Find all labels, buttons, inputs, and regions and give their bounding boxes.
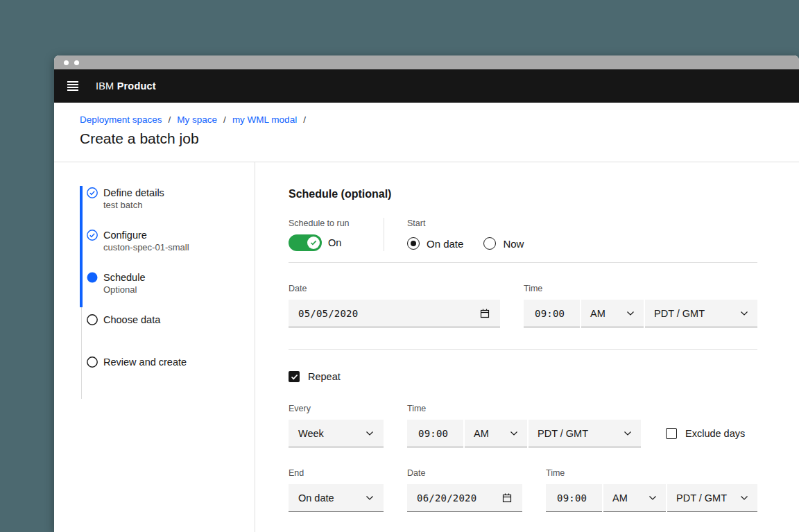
end-value: On date <box>298 492 334 504</box>
end-meridiem-select[interactable]: AM <box>603 484 666 512</box>
checkbox-check-icon <box>291 374 298 380</box>
menu-icon[interactable] <box>67 81 78 91</box>
repeat-end-row: End On date Date 06/20/2020 <box>289 467 757 512</box>
page-title: Create a batch job <box>80 130 799 147</box>
step-sublabel: custon-spec-01-small <box>103 242 246 253</box>
radio-unselected-icon[interactable] <box>483 237 496 250</box>
exclude-days-checkbox-row[interactable]: Exclude days <box>666 428 745 439</box>
step-choose-data[interactable]: Choose data <box>87 314 246 357</box>
calendar-icon[interactable] <box>479 308 490 319</box>
start-date-input[interactable]: 05/05/2020 <box>289 300 500 327</box>
start-label: Start <box>407 218 524 229</box>
meridiem-value: AM <box>612 492 628 504</box>
chevron-down-icon <box>740 495 748 501</box>
step-complete-icon <box>87 230 98 241</box>
end-date-field-group: Date 06/20/2020 <box>407 467 522 512</box>
window-dot-1[interactable] <box>64 60 69 65</box>
repeat-meridiem-select[interactable]: AM <box>465 420 527 447</box>
window-dot-2[interactable] <box>74 60 79 65</box>
chevron-down-icon <box>648 495 657 501</box>
exclude-days-label: Exclude days <box>685 428 745 439</box>
time-value: 09:00 <box>557 492 587 504</box>
chevron-down-icon <box>626 311 635 316</box>
breadcrumb-separator: / <box>303 114 306 125</box>
date-value: 05/05/2020 <box>298 308 358 319</box>
section-heading: Schedule (optional) <box>289 188 757 200</box>
content-area: Define details test batch Configure cust… <box>54 162 799 532</box>
start-date-time-row: Date 05/05/2020 Time <box>289 283 757 327</box>
breadcrumb-separator: / <box>223 114 226 125</box>
toggle-start-row: Schedule to run On <box>289 218 757 251</box>
start-radio-group: Start On date Now <box>407 218 524 251</box>
progress-sidebar: Define details test batch Configure cust… <box>54 162 255 532</box>
step-current-icon <box>87 272 98 283</box>
schedule-form: Schedule (optional) Schedule to run On <box>255 162 799 532</box>
step-configure[interactable]: Configure custon-spec-01-small <box>87 230 246 272</box>
repeat-timezone-select[interactable]: PDT / GMT <box>529 420 641 447</box>
every-select[interactable]: Week <box>289 420 384 447</box>
repeat-time-input[interactable]: 09:00 <box>407 420 463 447</box>
step-label: Choose data <box>103 314 246 325</box>
chevron-down-icon <box>366 431 374 436</box>
end-select[interactable]: On date <box>289 484 384 512</box>
date-value: 06/20/2020 <box>417 492 476 504</box>
time-label: Time <box>524 283 757 294</box>
calendar-icon[interactable] <box>501 492 513 504</box>
start-timezone-select[interactable]: PDT / GMT <box>645 300 757 327</box>
meridiem-value: AM <box>590 308 605 319</box>
radio-label: Now <box>503 238 524 250</box>
every-value: Week <box>298 428 324 439</box>
breadcrumb-my-wml-modal[interactable]: my WML modal <box>232 114 297 125</box>
step-label: Review and create <box>103 357 246 368</box>
step-review-and-create[interactable]: Review and create <box>87 357 246 399</box>
time-value: 09:00 <box>535 308 565 319</box>
exclude-days-checkbox[interactable] <box>666 428 677 439</box>
end-timezone-select[interactable]: PDT / GMT <box>667 484 757 512</box>
window-titlebar[interactable] <box>54 55 799 69</box>
timezone-value: PDT / GMT <box>676 492 727 504</box>
step-schedule[interactable]: Schedule Optional <box>87 272 246 314</box>
chevron-down-icon <box>624 431 632 436</box>
time-value: 09:00 <box>418 428 448 439</box>
radio-selected-icon[interactable] <box>407 237 420 250</box>
brand-name: Product <box>117 80 156 92</box>
schedule-to-run-toggle[interactable] <box>289 234 322 251</box>
end-field-group: End On date <box>289 467 384 512</box>
breadcrumb-my-space[interactable]: My space <box>177 114 217 125</box>
radio-now[interactable]: Now <box>483 237 524 250</box>
chevron-down-icon <box>740 311 748 316</box>
date-label: Date <box>407 467 522 479</box>
step-label: Configure <box>103 230 246 241</box>
start-time-input[interactable]: 09:00 <box>524 300 580 327</box>
end-time-field-group: Time 09:00 AM PDT / GMT <box>546 467 757 512</box>
repeat-checkbox[interactable] <box>289 371 300 382</box>
repeat-every-row: Every Week Time 09:00 AM <box>289 403 757 447</box>
breadcrumb-separator: / <box>169 114 171 125</box>
chevron-down-icon <box>510 431 518 436</box>
date-label: Date <box>289 283 500 294</box>
step-label: Schedule <box>103 272 246 283</box>
step-sublabel: test batch <box>103 200 246 211</box>
time-label: Time <box>407 403 641 414</box>
radio-on-date[interactable]: On date <box>407 237 463 250</box>
start-meridiem-select[interactable]: AM <box>581 300 644 327</box>
end-date-input[interactable]: 06/20/2020 <box>407 484 522 512</box>
schedule-to-run-label: Schedule to run <box>289 218 384 229</box>
breadcrumb-deployment-spaces[interactable]: Deployment spaces <box>80 114 162 125</box>
repeat-label: Repeat <box>308 371 341 382</box>
end-label: End <box>289 467 384 479</box>
toggle-state-label: On <box>328 237 341 248</box>
step-sublabel: Optional <box>103 284 246 295</box>
brand: IBM Product <box>96 80 156 92</box>
page-header: Deployment spaces / My space / my WML mo… <box>54 103 799 162</box>
step-define-details[interactable]: Define details test batch <box>87 187 246 230</box>
progress-track-active <box>80 186 83 307</box>
divider <box>289 349 757 350</box>
app-window: IBM Product Deployment spaces / My space… <box>54 55 799 532</box>
repeat-checkbox-row[interactable]: Repeat <box>289 371 757 382</box>
end-time-input[interactable]: 09:00 <box>546 484 602 512</box>
schedule-to-run-group: Schedule to run On <box>289 218 384 251</box>
step-complete-icon <box>87 187 98 198</box>
step-incomplete-icon <box>87 357 98 368</box>
repeat-time-field-group: Time 09:00 AM PDT / GMT <box>407 403 641 447</box>
